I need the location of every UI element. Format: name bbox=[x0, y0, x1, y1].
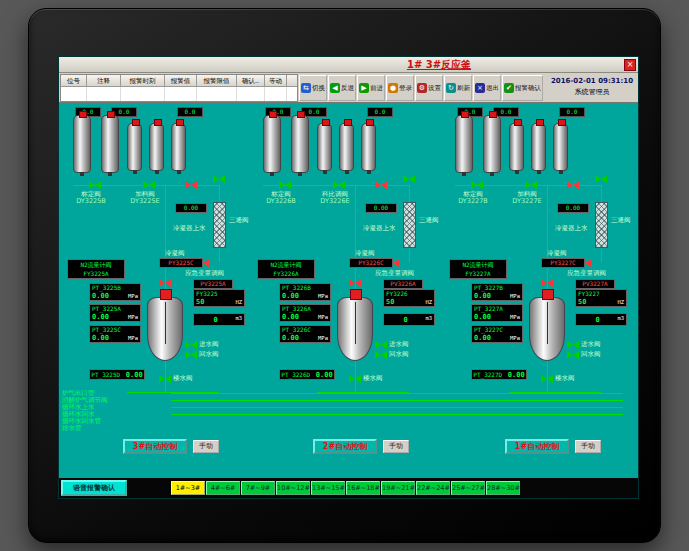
valve-icon[interactable] bbox=[143, 181, 155, 189]
page-button[interactable]: 1#~3# bbox=[171, 481, 205, 495]
valve-icon[interactable] bbox=[403, 175, 415, 183]
alarm-column-header[interactable]: 等动 bbox=[265, 75, 287, 86]
storage-tank bbox=[171, 123, 186, 171]
pressure-transmitter-readout: PT_3226C 0.00 MPa bbox=[279, 325, 331, 343]
valve-icon[interactable] bbox=[89, 181, 101, 189]
condenser-water-label: 冷凝器上水 bbox=[173, 225, 206, 232]
valve-icon[interactable] bbox=[349, 375, 361, 383]
flow-meter-label: N2流量计阀 bbox=[258, 260, 314, 269]
reactor-vessel bbox=[337, 297, 373, 361]
forward-button[interactable]: ▶前进 bbox=[357, 75, 385, 101]
bottom-pressure-readout: PT_3225D 0.00 bbox=[89, 369, 145, 380]
reactor-group: 0.0 0.0 0.0 标定阀 DY3226B 科比调阀 DY3226E 0. bbox=[257, 107, 445, 457]
storage-tank bbox=[339, 123, 354, 171]
condenser-valve-label: 冷凝阀 bbox=[547, 250, 567, 257]
storage-tank bbox=[263, 115, 281, 173]
valve-label: 科比调阀 DY3226E bbox=[311, 191, 359, 205]
pressure-transmitter-readout: PT_3227B 0.00 MPa bbox=[471, 283, 523, 301]
valve-icon[interactable] bbox=[567, 181, 579, 189]
valve-icon[interactable] bbox=[279, 181, 291, 189]
page-button[interactable]: 28#~30# bbox=[486, 481, 520, 495]
page-button[interactable]: 22#~24# bbox=[416, 481, 450, 495]
page-button[interactable]: 19#~21# bbox=[381, 481, 415, 495]
back-icon: ◀ bbox=[330, 83, 340, 93]
page-button[interactable]: 10#~12# bbox=[276, 481, 310, 495]
alarm-column-header[interactable]: 位号 bbox=[61, 75, 87, 86]
condenser-column bbox=[595, 202, 608, 248]
valve-icon[interactable] bbox=[185, 181, 197, 189]
valve-icon[interactable] bbox=[567, 341, 579, 349]
voice-alarm-ack-button[interactable]: 语音报警确认 bbox=[61, 480, 127, 496]
manual-button[interactable]: 手动 bbox=[193, 440, 219, 453]
valve-icon[interactable] bbox=[375, 341, 387, 349]
page-button[interactable]: 16#~18# bbox=[346, 481, 380, 495]
outlet-valve-label: 回水阀 bbox=[199, 351, 219, 358]
valve-icon[interactable] bbox=[213, 175, 225, 183]
condenser-valve-tag: PY3226C bbox=[349, 258, 393, 268]
storage-tank bbox=[455, 115, 473, 173]
valve-icon[interactable] bbox=[471, 181, 483, 189]
auto-control-button[interactable]: 3#自动控制 bbox=[123, 439, 187, 454]
page-button[interactable]: 7#~9# bbox=[241, 481, 275, 495]
alarm-column-header[interactable]: 确认.. bbox=[237, 75, 265, 86]
alarm-cell-empty bbox=[165, 87, 197, 101]
alarm-cell-empty bbox=[265, 87, 287, 101]
flow-meter-readout: N2流量计阀 FY3227A bbox=[449, 259, 507, 279]
process-area: 炉气出口管消解炉气调节阀循环水上水循环水回水循环水回水管排水管 0.0 0.0 … bbox=[59, 103, 638, 478]
pipe-line bbox=[219, 185, 220, 202]
valve-icon[interactable] bbox=[375, 351, 387, 359]
switch-button[interactable]: ⇆切换 bbox=[299, 75, 327, 101]
auto-control-button[interactable]: 1#自动控制 bbox=[505, 439, 569, 454]
alarm-cell-empty bbox=[121, 87, 165, 101]
page-button[interactable]: 13#~15# bbox=[311, 481, 345, 495]
surge-valve-tag: PV3226A bbox=[383, 279, 423, 289]
flow-meter-readout: N2流量计阀 FY3226A bbox=[257, 259, 315, 279]
alarm-column-header[interactable]: 报警限值 bbox=[197, 75, 237, 86]
tank-level-readout: 0.0 bbox=[367, 107, 393, 117]
valve-icon[interactable] bbox=[349, 279, 361, 287]
scada-screen: 1# 3#反应釜 × 位号注释报警时刻报警值报警限值确认..等动 ⇆切换◀反退▶… bbox=[58, 56, 639, 499]
valve-icon[interactable] bbox=[375, 181, 387, 189]
exit-button[interactable]: ×退出 bbox=[473, 75, 501, 101]
close-icon[interactable]: × bbox=[624, 59, 636, 71]
back-button[interactable]: ◀反退 bbox=[328, 75, 356, 101]
valve-icon[interactable] bbox=[567, 351, 579, 359]
pressure-transmitter-readout: PT_3226A 0.00 MPa bbox=[279, 304, 331, 322]
alarm-ack-button[interactable]: ✔报警确认 bbox=[502, 75, 543, 101]
settings-button[interactable]: ⚙设置 bbox=[415, 75, 443, 101]
alarm-column-header[interactable]: 注释 bbox=[87, 75, 121, 86]
stirrer-speed-readout: FY3226 50 HZ bbox=[383, 289, 435, 307]
valve-icon[interactable] bbox=[159, 375, 171, 383]
valve-icon[interactable] bbox=[159, 279, 171, 287]
window-titlebar: 1# 3#反应釜 × bbox=[59, 57, 638, 73]
pipe-line bbox=[601, 248, 602, 262]
valve-icon[interactable] bbox=[185, 351, 197, 359]
alarm-column-header[interactable]: 报警时刻 bbox=[121, 75, 165, 86]
valve-icon[interactable] bbox=[185, 341, 197, 349]
alarm-cell-empty bbox=[237, 87, 265, 101]
valve-icon[interactable] bbox=[525, 181, 537, 189]
bottom-pressure-readout: PT_3226D 0.00 bbox=[279, 369, 335, 380]
page-button[interactable]: 4#~6# bbox=[206, 481, 240, 495]
valve-icon[interactable] bbox=[541, 279, 553, 287]
auto-control-button[interactable]: 2#自动控制 bbox=[313, 439, 377, 454]
manual-button[interactable]: 手动 bbox=[575, 440, 601, 453]
storage-tank bbox=[127, 123, 142, 171]
alarm-column-header[interactable]: 报警值 bbox=[165, 75, 197, 86]
page-title: 1# 3#反应釜 bbox=[349, 58, 529, 72]
manual-button[interactable]: 手动 bbox=[383, 440, 409, 453]
page-button[interactable]: 25#~27# bbox=[451, 481, 485, 495]
refresh-icon: ↻ bbox=[446, 83, 456, 93]
alarm-table-body[interactable] bbox=[61, 87, 297, 101]
pipe-line bbox=[409, 248, 410, 262]
condenser-column bbox=[213, 202, 226, 248]
valve-icon[interactable] bbox=[595, 175, 607, 183]
valve-icon[interactable] bbox=[333, 181, 345, 189]
toolbar-button-label: 设置 bbox=[428, 84, 441, 93]
refresh-button[interactable]: ↻刷新 bbox=[444, 75, 472, 101]
outlet-valve-label: 回水阀 bbox=[389, 351, 409, 358]
flow-meter-tag: FY3227A bbox=[450, 269, 506, 278]
valve-icon[interactable] bbox=[541, 375, 553, 383]
storage-tank bbox=[73, 115, 91, 173]
login-button[interactable]: ●登录 bbox=[386, 75, 414, 101]
